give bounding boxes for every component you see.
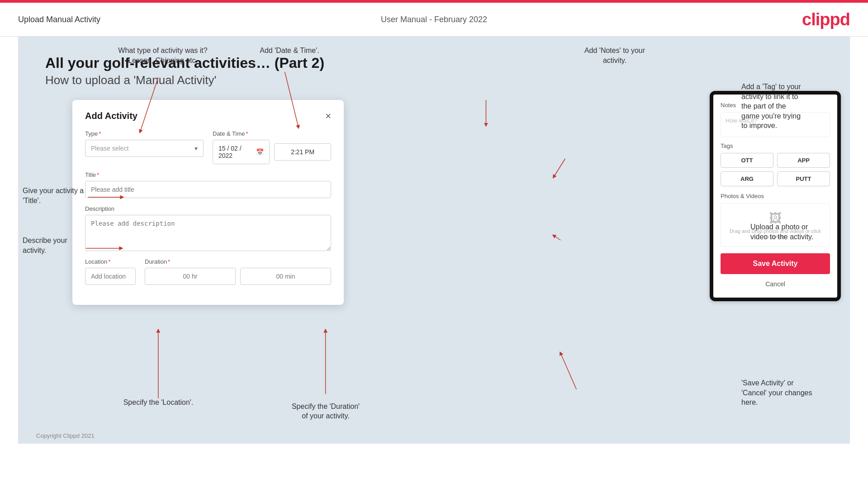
header-left-label: Upload Manual Activity [18,15,100,24]
tags-label: Tags [721,142,830,149]
location-label: Location* [85,258,136,265]
svg-line-9 [560,353,576,389]
photos-label: Photos & Videos [721,193,830,199]
time-value: 2:21 PM [291,148,314,156]
save-callout: 'Save Activity' or 'Cancel' your changes… [741,378,845,407]
copyright: Copyright Clippd 2021 [36,432,95,439]
date-value: 15 / 02 / 2022 [218,145,252,159]
location-callout: Specify the 'Location'. [109,398,208,407]
type-select[interactable]: Please select ▾ [85,140,204,157]
duration-row [145,268,331,285]
type-label: Type* [85,130,204,137]
cancel-link[interactable]: Cancel [721,278,830,290]
date-time-row: 15 / 02 / 2022 📅 2:21 PM [213,140,331,164]
datetime-label: Date & Time* [213,130,331,137]
type-group: Type* Please select ▾ [85,130,204,164]
header: Upload Manual Activity User Manual - Feb… [0,3,868,37]
save-activity-button[interactable]: Save Activity [721,253,830,274]
dialog-title: Add Activity [85,111,138,121]
datetime-group: Date & Time* 15 / 02 / 2022 📅 2:21 PM [213,130,331,164]
dialog-close-button[interactable]: × [325,111,331,121]
duration-callout: Specify the 'Duration' of your activity. [267,402,384,421]
page-subtitle: How to upload a 'Manual Activity' [45,73,823,87]
duration-min-input[interactable] [240,268,331,285]
notes-callout: Add 'Notes' to your activity. [569,46,660,65]
type-placeholder: Please select [91,145,128,152]
description-group: Description [85,205,331,251]
title-callout: Give your activity a 'Title'. [23,186,95,205]
duration-group: Duration* [145,258,331,285]
title-group: Title* [85,171,331,198]
duration-hr-input[interactable] [145,268,236,285]
title-input[interactable] [85,181,331,198]
tag-putt[interactable]: PUTT [777,171,830,186]
location-input[interactable] [85,268,136,285]
location-group: Location* [85,258,136,285]
description-label: Description [85,205,331,212]
logo: clippd [802,10,850,29]
tags-callout: Add a 'Tag' to your activity to link it … [741,82,845,131]
add-activity-dialog: Add Activity × Type* Please select ▾ Dat… [72,100,344,305]
description-textarea[interactable] [85,215,331,251]
header-center-label: User Manual - February 2022 [381,15,487,24]
time-input[interactable]: 2:21 PM [274,143,331,161]
date-input[interactable]: 15 / 02 / 2022 📅 [213,140,270,164]
tag-arg[interactable]: ARG [721,171,773,186]
dialog-header: Add Activity × [85,111,331,121]
photos-callout: Upload a photo or video to the activity. [750,222,845,242]
location-duration-row: Location* Duration* [85,258,331,285]
description-callout: Describe your activity. [23,236,95,255]
svg-line-8 [554,236,560,240]
main-content: All your golf-relevant activities… (Part… [18,37,850,444]
datetime-callout: Add 'Date & Time'. [249,46,330,56]
calendar-icon: 📅 [256,148,264,156]
tag-app[interactable]: APP [777,153,830,168]
svg-line-7 [554,159,565,177]
type-datetime-row: Type* Please select ▾ Date & Time* 15 / … [85,130,331,164]
duration-label: Duration* [145,258,331,265]
chevron-down-icon: ▾ [194,145,198,152]
type-callout: What type of activity was it? Lesson, Ch… [113,46,213,65]
tags-grid: OTT APP ARG PUTT [721,153,830,186]
title-label: Title* [85,171,331,178]
tag-ott[interactable]: OTT [721,153,773,168]
